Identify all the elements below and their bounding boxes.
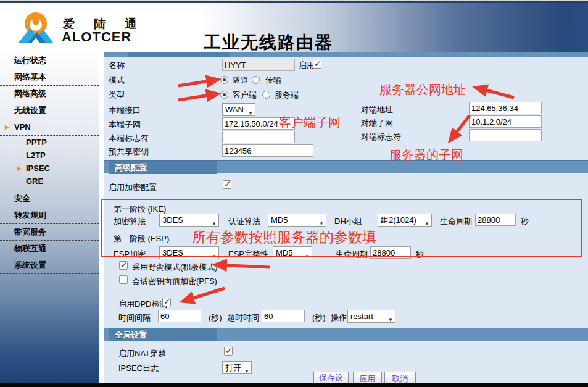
bottom-black-bar (0, 383, 588, 387)
enc-alg-label: 加密算法 (114, 216, 146, 227)
sidebar-item-network-basic[interactable]: 网络基本 (0, 69, 99, 86)
psk-input[interactable] (222, 144, 313, 157)
advanced-section-title: 高级配置 (115, 162, 147, 173)
chevron-down-icon: ▼ (424, 218, 429, 230)
sidebar-item-wireless[interactable]: 无线设置 (0, 102, 99, 119)
sidebar-item-l2tp[interactable]: L2TP (0, 149, 99, 162)
mode-transport-label: 传输 (265, 75, 281, 86)
interval-unit: (秒) (209, 312, 222, 323)
sidebar-item-forward-rules[interactable]: 转发规则 (0, 207, 99, 224)
local-subnet-label: 本端子网 (109, 119, 141, 130)
aggressive-mode-checkbox[interactable] (119, 261, 128, 270)
dh-group-label: DH小组 (334, 216, 362, 227)
ipsec-log-select[interactable]: 打开▼ (222, 361, 252, 374)
sidebar-nav: 运行状态 网络基本 网络高级 无线设置 ▶VPN PPTP L2TP ▶IPSE… (0, 52, 99, 383)
sidebar-item-ipsec[interactable]: ▶IPSEC (0, 162, 99, 175)
local-interface-label: 本端接口 (109, 105, 141, 116)
section-bar-advanced: 高级配置 (104, 160, 588, 173)
name-label: 名称 (109, 60, 125, 71)
peer-subnet-label: 对端子网 (361, 118, 393, 129)
sidebar-item-system[interactable]: 系统设置 (0, 257, 99, 274)
ipsec-log-label: IPSEC日志 (118, 363, 159, 374)
lifetime1-label: 生命周期 (440, 216, 472, 227)
chevron-down-icon: ▼ (244, 365, 249, 377)
interval-input[interactable] (158, 310, 201, 322)
action-label: 操作 (331, 312, 347, 323)
mode-transport-radio[interactable] (252, 76, 260, 84)
annotation-client-subnet: 客户端子网 (279, 114, 341, 131)
pfs-checkbox[interactable] (119, 275, 128, 284)
lifetime1-input[interactable] (475, 214, 516, 226)
sidebar-item-network-advanced[interactable]: 网络高级 (0, 86, 99, 102)
dpd-label: 启用DPD检测 (118, 299, 167, 310)
sidebar-item-pptp[interactable]: PPTP (0, 136, 99, 149)
expand-arrow-icon: ▶ (5, 119, 10, 135)
enable-checkbox[interactable] (313, 60, 321, 69)
dpd-checkbox[interactable] (162, 298, 171, 306)
type-client-radio[interactable] (220, 91, 228, 99)
mode-label: 模式 (109, 75, 125, 86)
lifetime1-unit: 秒 (521, 216, 529, 227)
type-server-label: 服务端 (275, 89, 299, 101)
local-id-label: 本端标志符 (109, 133, 149, 144)
auth-alg-select[interactable]: MD5▼ (268, 214, 326, 227)
nat-traversal-checkbox[interactable] (224, 347, 233, 356)
top-navy-strip (0, 0, 588, 3)
local-interface-select[interactable]: WAN▼ (222, 103, 255, 116)
lifetime2-unit: 秒 (416, 249, 424, 260)
interval-label: 时间间隔 (118, 312, 151, 323)
timeout-label: 超时时间 (227, 312, 259, 323)
action-select[interactable]: restart▼ (347, 310, 395, 323)
enable-encryption-label: 启用加密配置 (109, 182, 157, 193)
peer-address-label: 对端地址 (361, 104, 393, 115)
type-server-radio[interactable] (262, 91, 270, 99)
sidebar-item-gre[interactable]: GRE (0, 175, 99, 188)
chevron-down-icon: ▼ (212, 251, 217, 262)
lifetime2-input[interactable] (370, 246, 411, 259)
annotation-server-subnet: 服务器的子网 (389, 147, 463, 164)
aggressive-mode-label: 采用野蛮模式(积极模式) (132, 262, 218, 273)
psk-label: 预共享密钥 (109, 146, 149, 157)
nat-traversal-label: 启用NAT穿越 (118, 348, 166, 359)
sidebar-item-security[interactable]: 安全 (0, 191, 99, 207)
global-section-title: 全局设置 (115, 330, 147, 341)
page-title: 工业无线路由器 (204, 31, 333, 54)
enable-encryption-checkbox[interactable] (223, 180, 231, 189)
phase2-label: 第二阶段 (ESP) (114, 233, 169, 244)
annotation-server-public-ip: 服务器公网地址 (379, 81, 466, 98)
enc-alg-select[interactable]: 3DES▼ (159, 214, 219, 227)
timeout-input[interactable] (262, 310, 305, 322)
esp-enc-label: ESP加密 (114, 249, 146, 260)
sidebar-item-iot[interactable]: 物联互通 (0, 241, 99, 257)
peer-address-input[interactable] (469, 102, 542, 114)
annotation-fill-params: 所有参数按照服务器的参数填 (192, 228, 376, 247)
brand-name-english: ALOTCER (62, 29, 131, 45)
name-input[interactable] (222, 59, 295, 71)
header-band: 爱 陆 通 ALOTCER 工业无线路由器 (0, 0, 588, 52)
phase1-label: 第一阶段 (IKE) (114, 204, 166, 215)
active-arrow-icon: ▶ (17, 162, 22, 175)
lifetime2-label: 生命周期 (336, 249, 368, 260)
sidebar-item-vpn[interactable]: ▶VPN (0, 119, 99, 136)
section-bar-global: 全局设置 (104, 328, 588, 341)
chevron-down-icon: ▼ (388, 314, 393, 326)
peer-id-label: 对端标志符 (361, 131, 401, 143)
chevron-down-icon: ▼ (305, 251, 310, 262)
main-content: 名称 启用 模式 隧道 传输 类型 客户端 服务端 本端接口 WAN▼ 本端子网… (104, 51, 588, 383)
sidebar-item-running-status[interactable]: 运行状态 (0, 52, 99, 69)
esp-integrity-select[interactable]: MD5▼ (273, 246, 312, 259)
local-id-input[interactable] (222, 131, 295, 143)
esp-integrity-label: ESP完整性 (228, 249, 268, 260)
type-client-label: 客户端 (233, 89, 257, 101)
peer-id-input[interactable] (469, 129, 542, 141)
pfs-label: 会话密钥向前加密(PFS) (132, 276, 217, 287)
mode-tunnel-radio[interactable] (220, 76, 228, 84)
peer-subnet-input[interactable] (469, 115, 542, 128)
esp-enc-select[interactable]: 3DES▼ (159, 246, 219, 259)
auth-alg-label: 认证算法 (228, 216, 260, 227)
sidebar-item-bandwidth[interactable]: 带宽服务 (0, 224, 99, 241)
dh-group-select[interactable]: 组2(1024)▼ (378, 214, 432, 227)
mode-tunnel-label: 隧道 (233, 75, 249, 86)
type-label: 类型 (109, 89, 125, 101)
timeout-unit: (秒) (312, 312, 326, 323)
